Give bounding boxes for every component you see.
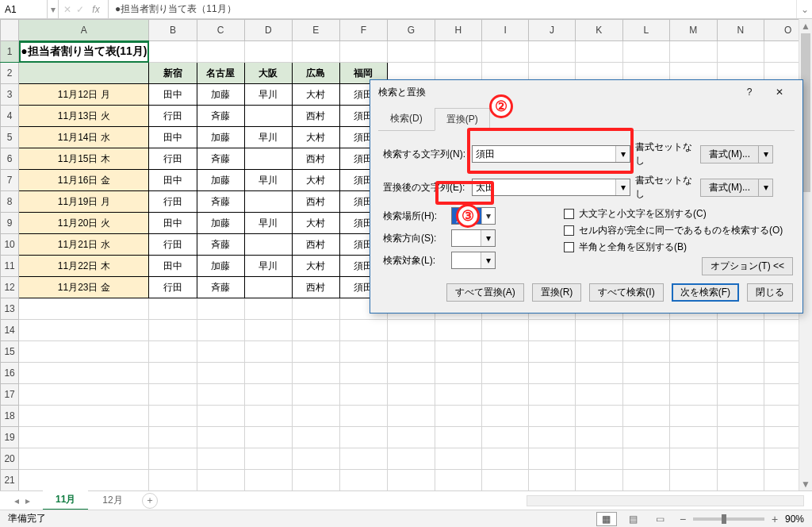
cell[interactable]: 広島: [292, 63, 339, 84]
chevron-down-icon[interactable]: ▾: [481, 208, 495, 224]
cell[interactable]: [387, 320, 435, 341]
cell[interactable]: 早川: [244, 170, 292, 191]
cell[interactable]: [387, 448, 435, 470]
cell[interactable]: [339, 341, 387, 363]
cell[interactable]: [19, 470, 149, 491]
cell[interactable]: 西村: [292, 191, 339, 213]
replace-format-split[interactable]: ▾: [759, 179, 773, 197]
chevron-down-icon[interactable]: ▾: [481, 252, 495, 268]
cell[interactable]: 斉藤: [197, 148, 244, 170]
cell[interactable]: 早川: [244, 127, 292, 148]
zoom-in-button[interactable]: +: [769, 513, 780, 525]
cell[interactable]: 11月15日 木: [19, 148, 149, 170]
row-header[interactable]: 1: [1, 41, 19, 63]
cell[interactable]: [717, 363, 764, 384]
cell[interactable]: [292, 41, 339, 63]
cell[interactable]: 11月23日 金: [19, 277, 149, 298]
cell[interactable]: [387, 470, 435, 491]
find-format-split[interactable]: ▾: [759, 145, 773, 163]
cell[interactable]: [482, 41, 529, 63]
cell[interactable]: [528, 448, 575, 470]
find-format-button[interactable]: 書式(M)...: [700, 145, 759, 163]
cell[interactable]: [717, 41, 764, 63]
cell[interactable]: [339, 363, 387, 384]
cell[interactable]: [482, 406, 529, 427]
cell[interactable]: [292, 448, 339, 470]
row-header[interactable]: 12: [1, 277, 19, 298]
searchdir-select[interactable]: ▾: [451, 229, 496, 247]
cell[interactable]: [528, 470, 575, 491]
cell[interactable]: [717, 427, 764, 448]
cell[interactable]: [387, 384, 435, 406]
help-button[interactable]: ?: [734, 82, 764, 102]
add-sheet-button[interactable]: ＋: [142, 493, 158, 509]
cell[interactable]: [149, 363, 197, 384]
cell[interactable]: [244, 406, 292, 427]
expand-formula-bar-icon[interactable]: ⌄: [796, 0, 812, 18]
lookat-select[interactable]: ▾: [451, 252, 496, 269]
cell[interactable]: 斉藤: [197, 234, 244, 256]
cell[interactable]: [669, 448, 717, 470]
cell[interactable]: [669, 427, 717, 448]
row-header[interactable]: 15: [1, 341, 19, 363]
cell[interactable]: [292, 470, 339, 491]
cell[interactable]: [19, 341, 149, 363]
cell[interactable]: [197, 470, 244, 491]
row-header[interactable]: 14: [1, 320, 19, 341]
sheet-tab[interactable]: 12月: [90, 491, 135, 510]
cell[interactable]: [149, 41, 197, 63]
row-header[interactable]: 18: [1, 406, 19, 427]
cell[interactable]: [482, 427, 529, 448]
close-button[interactable]: 閉じる: [747, 283, 793, 302]
row-header[interactable]: 8: [1, 191, 19, 213]
cell[interactable]: [197, 384, 244, 406]
row-header[interactable]: 21: [1, 470, 19, 491]
cell[interactable]: [244, 234, 292, 256]
row-header[interactable]: 19: [1, 427, 19, 448]
cell[interactable]: [669, 363, 717, 384]
cell[interactable]: [435, 470, 482, 491]
cell[interactable]: [622, 341, 669, 363]
cell[interactable]: [576, 41, 622, 63]
cell[interactable]: [482, 470, 529, 491]
fx-icon[interactable]: fx: [89, 4, 103, 15]
cell[interactable]: [669, 406, 717, 427]
cell[interactable]: [528, 341, 575, 363]
cell[interactable]: [387, 41, 435, 63]
find-all-button[interactable]: すべて検索(I): [589, 283, 663, 302]
cell[interactable]: [244, 341, 292, 363]
cell[interactable]: [339, 406, 387, 427]
cell[interactable]: 田中: [149, 256, 197, 277]
row-header[interactable]: 16: [1, 363, 19, 384]
cell[interactable]: [244, 191, 292, 213]
cell[interactable]: [19, 406, 149, 427]
row-header[interactable]: 6: [1, 148, 19, 170]
cell[interactable]: [528, 320, 575, 341]
cell[interactable]: [528, 427, 575, 448]
cell[interactable]: 西村: [292, 234, 339, 256]
replace-input[interactable]: 太田 ▾: [472, 179, 630, 196]
cell[interactable]: [669, 384, 717, 406]
cell[interactable]: 大阪: [244, 63, 292, 84]
cell[interactable]: [244, 320, 292, 341]
cell[interactable]: [339, 384, 387, 406]
cell[interactable]: [244, 298, 292, 320]
row-header[interactable]: 5: [1, 127, 19, 148]
row-header[interactable]: 7: [1, 170, 19, 191]
sheet-nav-last-icon[interactable]: ▸: [25, 495, 30, 506]
tab-replace[interactable]: 置換(P): [435, 108, 490, 131]
cell[interactable]: [339, 320, 387, 341]
cell[interactable]: 加藤: [197, 84, 244, 106]
cell[interactable]: 名古屋: [197, 63, 244, 84]
sheet-tab-active[interactable]: 11月: [43, 490, 88, 510]
row-header[interactable]: 20: [1, 448, 19, 470]
row-header[interactable]: 3: [1, 84, 19, 106]
col-header[interactable]: H: [435, 20, 482, 41]
col-header[interactable]: J: [528, 20, 575, 41]
cell[interactable]: [339, 41, 387, 63]
close-icon[interactable]: ✕: [764, 82, 795, 102]
cell[interactable]: [244, 470, 292, 491]
cell[interactable]: [292, 406, 339, 427]
cell[interactable]: [482, 448, 529, 470]
cell[interactable]: 行田: [149, 106, 197, 127]
